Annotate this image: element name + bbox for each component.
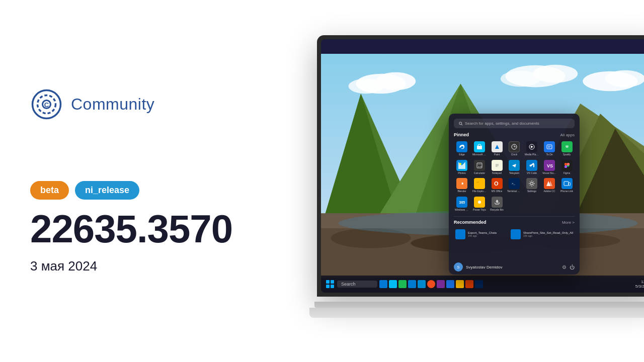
app-calc[interactable]: +-×Calculator	[471, 159, 488, 176]
svg-rect-58	[459, 183, 462, 184]
svg-point-70	[478, 201, 481, 204]
page-container: C Community beta ni_release 22635.3570 3…	[0, 0, 644, 362]
rec-info-1: SharePoint_Site_Set_Read_Only_All 15h ag…	[523, 231, 573, 237]
explorer-icon	[474, 178, 485, 189]
app-mediaplayer[interactable]: Media Player	[524, 140, 540, 157]
tb-edge-icon[interactable]	[379, 280, 387, 288]
media-icon	[526, 141, 537, 152]
tb-store-icon[interactable]	[389, 280, 397, 288]
tb-vscode-icon[interactable]	[408, 280, 416, 288]
all-apps-link[interactable]: All apps	[560, 133, 575, 137]
pinned-header: Pinned All apps	[454, 132, 575, 137]
app-blender[interactable]: Blender	[454, 177, 470, 194]
app-label-vs: Visual Studio	[542, 172, 556, 175]
app-explorer[interactable]: File Explorer	[471, 177, 488, 194]
app-todo[interactable]: To Do	[541, 140, 557, 157]
app-label-clock: Clock	[511, 153, 518, 156]
app-label-calc: Calculator	[474, 172, 486, 175]
calc-icon: +-×	[474, 160, 485, 171]
app-label-settings: Settings	[527, 190, 536, 193]
laptop-base	[307, 302, 644, 327]
tb-explorer-icon[interactable]	[456, 280, 464, 288]
app-label-edge: Edge	[459, 153, 465, 156]
rec-item-0[interactable]: Export_Teams_Chats 14h ago	[454, 228, 507, 241]
app-w365[interactable]: 365Windows 365	[454, 196, 470, 213]
rec-time-1: 15h ago	[523, 234, 573, 237]
app-recycle[interactable]: Recycle Bin	[489, 196, 505, 213]
community-logo-icon: C	[30, 88, 63, 121]
app-phonelink[interactable]: Phone Link	[559, 177, 575, 194]
svg-point-26	[459, 122, 462, 124]
app-terminal[interactable]: >_Terminal Preview	[506, 177, 522, 194]
svg-rect-54	[565, 165, 567, 168]
taskbar-search[interactable]: Search	[337, 281, 377, 288]
app-settings[interactable]: Settings	[524, 177, 540, 194]
app-label-paint: Paint	[494, 153, 500, 156]
app-powertoys[interactable]: Power Toys	[471, 196, 488, 213]
taskbar: Search	[321, 276, 644, 293]
svg-text:365: 365	[459, 201, 465, 204]
tb-terminal-icon[interactable]	[475, 280, 483, 288]
figma-icon	[561, 160, 573, 171]
pinned-label: Pinned	[454, 132, 469, 137]
tags-row: beta ni_release	[30, 181, 292, 200]
app-label-explorer: File Explorer	[472, 190, 487, 193]
laptop-container: Search for apps, settings, and documents…	[307, 35, 644, 327]
app-label-recycle: Recycle Bin	[490, 209, 503, 212]
rec-item-1[interactable]: SharePoint_Site_Set_Read_Only_All 15h ag…	[509, 228, 575, 241]
tb-telegram-icon[interactable]	[418, 280, 426, 288]
sleep-icon[interactable]: ⏻	[570, 264, 575, 270]
svg-point-39	[459, 163, 461, 165]
settings-icon	[526, 178, 537, 189]
svg-point-63	[531, 183, 533, 185]
windows-icon	[326, 280, 334, 288]
tb-todo-icon[interactable]	[446, 280, 454, 288]
laptop-screen: Search for apps, settings, and documents…	[317, 35, 644, 297]
app-telegram[interactable]: Telegram	[506, 159, 522, 176]
app-clock[interactable]: Clock	[506, 140, 522, 157]
app-label-adobe: Adobe CC	[543, 190, 555, 193]
w365-icon: 365	[456, 197, 467, 208]
app-figma[interactable]: Figma	[559, 159, 575, 176]
app-edge[interactable]: Edge	[454, 140, 470, 157]
paint-icon	[492, 141, 503, 152]
recommended-section: Recommended More > Export_Teams_Chats 14…	[454, 216, 575, 241]
app-paint[interactable]: Paint	[489, 140, 505, 157]
app-photos[interactable]: Photos	[454, 159, 470, 176]
logo-text: Community	[71, 95, 154, 114]
svg-point-12	[605, 70, 644, 87]
start-menu[interactable]: Search for apps, settings, and documents…	[449, 114, 580, 275]
app-label-office: MS Office	[492, 190, 503, 193]
office-icon: O	[492, 178, 503, 189]
start-button[interactable]	[325, 279, 335, 289]
recommended-header: Recommended More >	[454, 220, 575, 225]
tb-office-icon[interactable]	[465, 280, 473, 288]
start-search-text: Search for apps, settings, and documents	[465, 121, 539, 126]
svg-rect-34	[547, 145, 552, 149]
app-office[interactable]: OMS Office	[489, 177, 505, 194]
logo-area: C Community	[30, 88, 292, 121]
app-label-notepad: Notepad	[492, 172, 502, 175]
more-link[interactable]: More >	[562, 220, 575, 225]
power-icon[interactable]: ⚙	[562, 264, 567, 270]
app-spotify[interactable]: Spotify	[559, 140, 575, 157]
app-notepad[interactable]: Notepad	[489, 159, 505, 176]
tb-spotify-icon[interactable]	[398, 280, 407, 288]
app-label-w365: Windows 365	[455, 209, 469, 212]
app-label-spotify: Spotify	[563, 153, 571, 156]
tb-vs-icon[interactable]	[437, 280, 445, 288]
clock-icon	[509, 141, 520, 152]
user-name: Svyatoslav Demidov	[466, 265, 559, 269]
app-store[interactable]: Microsoft Store	[471, 140, 488, 157]
svg-rect-28	[477, 146, 482, 149]
tb-figma-icon[interactable]	[427, 280, 435, 288]
app-adobe[interactable]: Adobe CC	[541, 177, 557, 194]
start-search-bar[interactable]: Search for apps, settings, and documents	[454, 119, 575, 128]
telegram-icon	[509, 160, 520, 171]
todo-icon	[544, 141, 555, 152]
svg-point-7	[349, 79, 383, 94]
svg-rect-55	[567, 163, 570, 165]
user-avatar[interactable]: S	[454, 262, 463, 272]
app-vs[interactable]: VSVisual Studio	[541, 159, 557, 176]
app-vscode[interactable]: VS Code	[524, 159, 540, 176]
